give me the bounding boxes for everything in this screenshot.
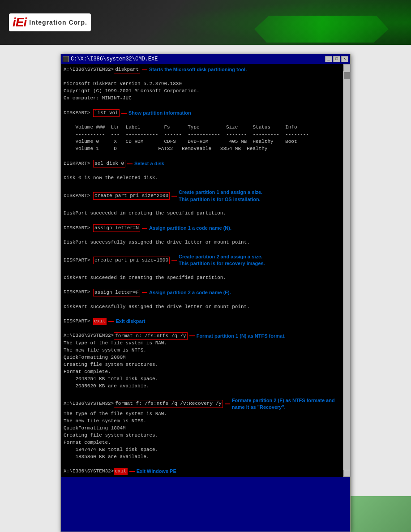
arrow-exit2 [129,471,135,472]
line-fn1: The type of the file system is RAW. [64,340,338,347]
ann-create1: Create partition 1 and assign a size.Thi… [179,189,262,203]
highlight-create2: create part pri size=1800 [93,257,170,264]
cmd-titlebar: C:\X:\I386\system32\CMD.EXE _ □ × [61,54,350,64]
line-create2success: DiskPart succeeded in creating the speci… [64,275,338,282]
arrow-create1 [171,196,177,197]
line-fn4: Creating file system structures. [64,361,338,369]
blank-13 [64,296,338,304]
terminal-line-create1: DISKPART> create part pri size=2000 Crea… [64,189,338,203]
line-create1success: DiskPart succeeded in creating the speci… [64,210,338,217]
prompt-create1: DISKPART> [64,193,93,200]
blank-9 [64,232,338,239]
logo-iei: iEi [13,15,26,30]
highlight-create1: create part pri size=2000 [93,192,170,200]
line-version2: Copyright (C) 1999-2001 Microsoft Corpor… [64,88,338,95]
line-ff2: The new file system is NTFS. [64,418,338,425]
ann-formatf: Formate partition 2 (F) as NTFS formate … [232,397,335,411]
ann-formatn: Format partition 1 (N) as NTFS format. [197,333,286,339]
minimize-button[interactable]: _ [325,56,332,62]
line-computer: On computer: MININT-JUC [64,95,338,102]
line-fn6: 2048254 KB total disk space. [64,376,338,383]
blank-4 [64,153,338,160]
content-area: manual C:\X:\I386\system32\CMD.EXE _ □ ×… [0,45,411,532]
prompt-assignn: DISKPART> [64,225,93,232]
terminal-line-assignn: DISKPART> assign letter=N Assign partiti… [64,224,338,232]
cmd-controls[interactable]: _ □ × [325,56,348,62]
line-ff6: 1847474 KB total disk space. [64,446,338,454]
line-fn2: The new file system is NTFS. [64,347,338,354]
logo-corp-text: Integration Corp. [29,19,87,26]
highlight-listvol: list vol [93,109,120,117]
terminal-line-formatf: X:\I386\SYSTEM32>format f: /fs:ntfs /q /… [64,397,338,411]
line-assignfsuccess: DiskPart successfully assigned the drive… [64,304,338,311]
line-ff3: QuickFormatting 1804M [64,425,338,432]
table-row-1: Volume 1 D FAT32 Removeable 3854 MB Heal… [64,146,338,153]
arrow-listvol [121,113,127,114]
arrow-seldisk [127,163,133,164]
ann-assignf: Assign partition 2 a code name (F). [149,289,231,296]
highlight-exit2: exit [114,468,127,475]
blank-15 [64,325,338,332]
prompt-assignf: DISKPART> [64,289,93,296]
terminal-line-formatn: X:\I386\SYSTEM32>format n: /fs:ntfs /q /… [64,332,338,340]
scroll-up-arrow[interactable]: ▲ [343,64,351,71]
scroll-thumb[interactable] [344,72,350,79]
blank-16 [64,390,338,397]
line-version1: Microsoft DiskPart version 5.2.3790.1830 [64,81,338,88]
highlight-seldisk: sel disk 0 [93,160,125,167]
table-header: Volume ### Ltr Label Fs Type Size Status… [64,124,338,131]
line-fn5: Format complete. [64,369,338,376]
cmd-window: C:\X:\I386\system32\CMD.EXE _ □ × ▲ ▼ X:… [60,54,351,532]
prompt-exit1: DISKPART> [64,318,93,325]
terminal-line-seldisk: DISKPART> sel disk 0 Select a disk [64,160,338,167]
ann-listvol: Show partition information [128,110,191,116]
arrow-create2 [171,260,177,261]
cmd-icon [63,56,69,62]
line-ff1: The type of the file system is RAW. [64,411,338,418]
blank-10 [64,246,338,253]
ann-assignn: Assign partition 1 a code name (N). [149,225,231,232]
prompt-listvol: DISKPART> [64,110,93,117]
line-ff7: 1835860 KB are available. [64,454,338,461]
scroll-down-arrow[interactable]: ▼ [343,470,351,477]
maximize-button[interactable]: □ [333,56,340,62]
header: iEi Integration Corp. [0,0,411,45]
arrow-assignf [142,292,147,293]
arrow-1 [142,69,147,70]
arrow-formatn [189,335,195,336]
line-ff4: Creating file system structures. [64,432,338,439]
terminal-line-listvol: DISKPART> list vol Show partition inform… [64,109,338,117]
prompt-exit2: X:\I386\SYSTEM32> [64,468,114,475]
highlight-assignn: assign letter=N [93,224,140,232]
ann-exit2: Exit Windows PE [137,468,176,475]
logo-container: iEi Integration Corp. [9,13,91,31]
ann-create2: Create partition 2 and assign a size.Thi… [179,253,265,267]
terminal-line-assignf: DISKPART> assign letter=F Assign partiti… [64,289,338,296]
close-button[interactable]: × [341,56,348,62]
prompt-create2: DISKPART> [64,257,93,264]
ann-exit1: Exit diskpart [116,318,145,325]
highlight-exit1: exit [93,318,107,325]
logo-box: iEi Integration Corp. [9,13,91,31]
line-fn3: QuickFormatting 2000M [64,354,338,361]
cmd-title: C:\X:\I386\system32\CMD.EXE [71,56,158,62]
blank-3 [64,117,338,124]
arrow-formatf [225,403,230,404]
prompt-formatn: X:\I386\SYSTEM32> [64,332,114,339]
arrow-assignn [142,228,147,229]
terminal-line-exit1: DISKPART> exit Exit diskpart [64,318,338,325]
prompt-formatf: X:\I386\SYSTEM32> [64,400,114,408]
blank-2 [64,102,338,109]
ann-diskpart: Starts the Microsoft disk partitioning t… [149,66,247,73]
scrollbar[interactable]: ▲ ▼ [343,64,350,477]
terminal-line-1: X:\I386\SYSTEM32>diskpart Starts the Mic… [64,66,338,73]
blank-1 [64,73,338,81]
table-divider: ---------- --- ----------- ------ ------… [64,131,338,138]
terminal-content: X:\I386\SYSTEM32>diskpart Starts the Mic… [64,66,347,475]
blank-17 [64,461,338,468]
blank-5 [64,167,338,175]
highlight-formatf: format f: /fs:ntfs /q /v:Recovery /y [114,400,223,408]
highlight-assignf: assign letter=F [93,289,140,296]
terminal-line-exit2: X:\I386\SYSTEM32>exit Exit Windows PE [64,468,338,475]
line-ff5: Format complete. [64,439,338,446]
